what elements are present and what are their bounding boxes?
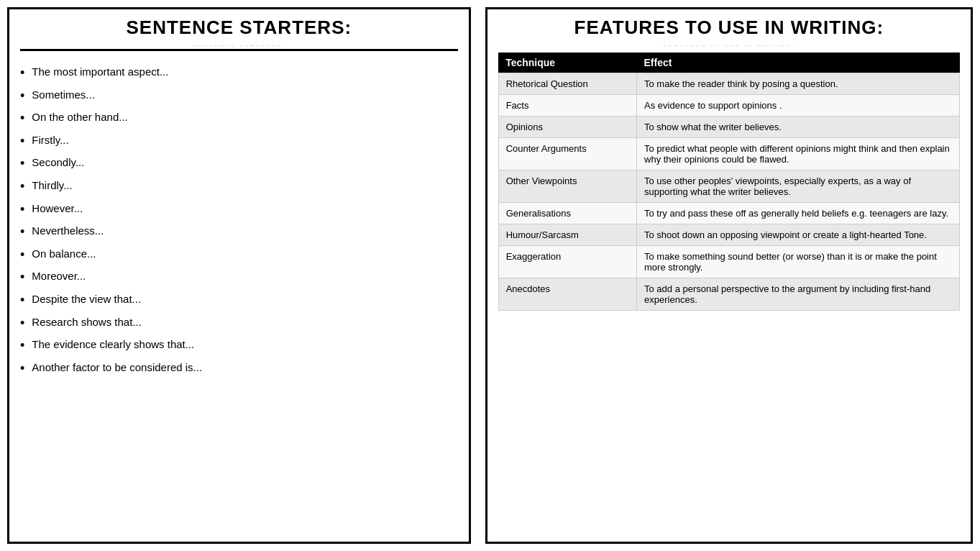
sentence-item: Despite the view that... [20,289,458,312]
table-header-row: Technique Effect [498,53,959,73]
table-row: Other ViewpointsTo use other peoples' vi… [498,170,959,203]
table-cell-technique: Opinions [498,117,636,138]
title-reflection-right: FEATURES TO USE IN WRITING: [510,45,948,47]
table-cell-effect: To make the reader think by posing a que… [637,73,960,95]
table-cell-effect: As evidence to support opinions . [637,95,960,117]
sentence-item: Research shows that... [20,312,458,335]
left-panel: SENTENCE STARTERS: SENTENCE STARTERS: Th… [7,7,471,544]
sentence-item: On balance... [20,244,458,267]
sentence-item: Secondly... [20,152,458,176]
right-panel: FEATURES TO USE IN WRITING: FEATURES TO … [485,7,973,544]
table-cell-effect: To shoot down an opposing viewpoint or c… [637,224,960,246]
sentence-item: The evidence clearly shows that... [20,334,458,358]
table-row: ExaggerationTo make something sound bett… [498,246,959,278]
table-cell-technique: Rhetorical Question [498,73,636,95]
sentence-item: Sometimes... [20,85,458,108]
table-cell-technique: Exaggeration [498,246,636,278]
features-title: FEATURES TO USE IN WRITING: [498,17,960,39]
table-row: GeneralisationsTo try and pass these off… [498,203,959,224]
table-cell-technique: Counter Arguments [498,138,636,170]
sentence-list: The most important aspect...Sometimes...… [20,62,458,380]
title-reflection-left: SENTENCE STARTERS: [31,45,447,47]
table-cell-technique: Facts [498,95,636,117]
table-cell-technique: Other Viewpoints [498,170,636,203]
table-cell-effect: To predict what people with different op… [637,138,960,170]
table-row: Counter ArgumentsTo predict what people … [498,138,959,170]
table-cell-technique: Anecdotes [498,278,636,311]
sentence-item: Nevertheless... [20,221,458,244]
sentence-item: Thirdly... [20,176,458,199]
table-row: OpinionsTo show what the writer believes… [498,117,959,138]
sentence-item: However... [20,199,458,222]
sentence-item: The most important aspect... [20,62,458,85]
header-effect: Effect [637,53,960,73]
sentence-item: Firstly... [20,130,458,153]
table-row: FactsAs evidence to support opinions . [498,95,959,117]
table-cell-effect: To show what the writer believes. [637,117,960,138]
sentence-item: On the other hand... [20,107,458,130]
features-title-container: FEATURES TO USE IN WRITING: FEATURES TO … [498,17,960,49]
header-technique: Technique [498,53,636,73]
sentence-starters-title-container: SENTENCE STARTERS: SENTENCE STARTERS: [20,17,458,49]
table-row: Humour/SarcasmTo shoot down an opposing … [498,224,959,246]
table-row: Rhetorical QuestionTo make the reader th… [498,73,959,95]
features-table: Technique Effect Rhetorical QuestionTo m… [498,53,960,311]
table-cell-effect: To add a personal perspective to the arg… [637,278,960,311]
table-cell-effect: To use other peoples' viewpoints, especi… [637,170,960,203]
sentence-starters-title: SENTENCE STARTERS: [20,17,458,39]
table-cell-effect: To make something sound better (or worse… [637,246,960,278]
table-cell-technique: Generalisations [498,203,636,224]
sentence-item: Moreover... [20,266,458,289]
sentence-item: Another factor to be considered is... [20,358,458,381]
table-cell-technique: Humour/Sarcasm [498,224,636,246]
table-row: AnecdotesTo add a personal perspective t… [498,278,959,311]
table-cell-effect: To try and pass these off as generally h… [637,203,960,224]
